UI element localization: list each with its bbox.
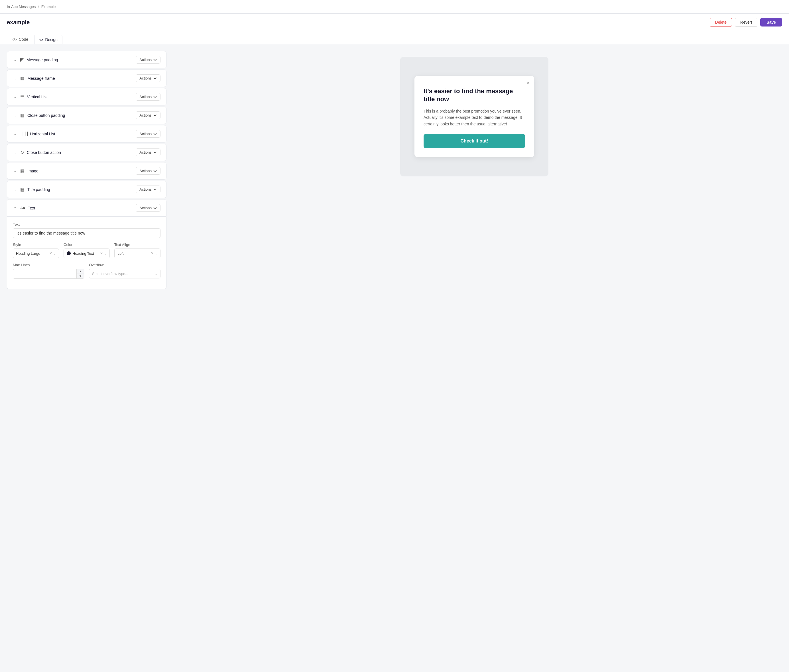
max-lines-overflow-row: Max Lines ▲ ▼ Overflow	[13, 263, 160, 279]
vlist-icon: ☰	[20, 94, 24, 99]
stepper-down-btn[interactable]: ▼	[77, 274, 84, 278]
chevron-horizontal-list[interactable]: ⌄	[13, 132, 18, 136]
breadcrumb-parent[interactable]: In-App Messages	[7, 5, 36, 9]
section-message-padding: ⌄ ◤ Message padding Actions	[7, 51, 166, 69]
title-padding-icon: ▦	[20, 187, 24, 192]
section-label-message-padding: Message padding	[27, 57, 58, 62]
breadcrumb-separator: /	[38, 5, 39, 9]
tab-bar: </> Code <> Design	[0, 31, 789, 44]
text-align-col: Text Align Left ✕ ⌄	[114, 243, 160, 258]
actions-label-2: Actions	[139, 76, 152, 80]
overflow-placeholder: Select overflow type...	[92, 271, 128, 276]
chevron-text[interactable]: ⌄	[13, 206, 18, 210]
section-close-button-action: ⌄ ↻ Close button action Actions	[7, 144, 166, 161]
chevron-title-padding[interactable]: ⌄	[13, 188, 18, 192]
text-align-clear-icon[interactable]: ✕	[151, 251, 153, 255]
text-icon: Aa	[20, 206, 25, 210]
overflow-chevron-icon: ⌄	[155, 272, 157, 276]
chevron-message-padding[interactable]: ⌄	[13, 58, 18, 62]
chevron-down-icon-2	[153, 77, 157, 80]
image-icon: ▦	[20, 168, 24, 174]
actions-button-vertical-list[interactable]: Actions	[136, 93, 160, 101]
text-label: Text	[13, 222, 160, 227]
tab-code[interactable]: </> Code	[7, 35, 33, 44]
section-image: ⌄ ▦ Image Actions	[7, 162, 166, 180]
tab-design-label: Design	[45, 37, 57, 42]
style-clear-icon[interactable]: ✕	[50, 251, 52, 255]
left-panel: ⌄ ◤ Message padding Actions ⌄ ▦ Message …	[7, 51, 166, 664]
max-lines-stepper[interactable]: ▲ ▼	[13, 269, 85, 279]
section-message-frame: ⌄ ▦ Message frame Actions	[7, 70, 166, 87]
text-align-select[interactable]: Left ✕ ⌄	[114, 249, 160, 258]
text-input[interactable]	[13, 228, 160, 238]
chevron-close-btn-padding[interactable]: ⌄	[13, 113, 18, 117]
actions-label-7: Actions	[139, 169, 152, 173]
color-value: Heading Text	[72, 251, 94, 255]
section-label-text: Text	[28, 206, 35, 210]
color-dot	[67, 251, 71, 255]
text-align-label: Text Align	[114, 243, 160, 247]
breadcrumb-current: Example	[42, 5, 56, 9]
actions-button-close-btn-padding[interactable]: Actions	[136, 112, 160, 119]
preview-cta-button[interactable]: Check it out!	[423, 134, 525, 148]
stepper-up-btn[interactable]: ▲	[77, 269, 84, 274]
color-chevron-icon: ⌄	[104, 252, 107, 255]
text-align-chevron-icon: ⌄	[155, 252, 157, 255]
chevron-close-btn-action[interactable]: ⌄	[13, 150, 18, 155]
chevron-down-icon-8	[153, 188, 157, 191]
action-icon: ↻	[20, 150, 24, 155]
message-card: × It's easier to find the message title …	[414, 76, 534, 157]
chevron-message-frame[interactable]: ⌄	[13, 77, 18, 80]
actions-label-4: Actions	[139, 113, 152, 117]
chevron-down-icon-3	[153, 95, 157, 99]
tab-design[interactable]: <> Design	[34, 35, 62, 44]
max-lines-label: Max Lines	[13, 263, 85, 267]
section-label-close-btn-padding: Close button padding	[27, 113, 65, 118]
color-clear-icon[interactable]: ✕	[100, 251, 103, 255]
chevron-image[interactable]: ⌄	[13, 169, 18, 173]
style-chevron-icon: ⌄	[53, 252, 56, 255]
section-horizontal-list: ⌄ ▕▕▕ Horizontal List Actions	[7, 125, 166, 142]
preview-close-button[interactable]: ×	[526, 80, 530, 86]
max-lines-input[interactable]	[13, 270, 77, 278]
style-select[interactable]: Heading Large ✕ ⌄	[13, 249, 59, 258]
section-title-padding: ⌄ ▦ Title padding Actions	[7, 181, 166, 198]
chevron-vertical-list[interactable]: ⌄	[13, 95, 18, 99]
section-vertical-list: ⌄ ☰ Vertical List Actions	[7, 88, 166, 105]
section-label-title-padding: Title padding	[27, 187, 50, 192]
section-text-header: ⌄ Aa Text Actions	[7, 199, 166, 217]
text-align-value: Left	[117, 251, 124, 255]
design-icon: <>	[39, 38, 43, 42]
frame-icon: ▦	[20, 75, 24, 81]
actions-button-close-btn-action[interactable]: Actions	[136, 148, 160, 156]
save-button[interactable]: Save	[760, 18, 782, 27]
actions-button-message-padding[interactable]: Actions	[136, 56, 160, 64]
style-value: Heading Large	[16, 251, 40, 255]
delete-button[interactable]: Delete	[710, 18, 732, 27]
color-col: Color Heading Text ✕ ⌄	[64, 243, 110, 258]
tab-code-label: Code	[19, 37, 28, 42]
actions-button-text[interactable]: Actions	[136, 204, 160, 212]
header-actions: Delete Revert Save	[710, 18, 782, 27]
section-label-image: Image	[27, 169, 38, 173]
actions-label-3: Actions	[139, 95, 152, 99]
actions-label-5: Actions	[139, 132, 152, 136]
actions-button-image[interactable]: Actions	[136, 167, 160, 175]
overflow-col: Overflow Select overflow type... ⌄	[89, 263, 160, 279]
style-col: Style Heading Large ✕ ⌄	[13, 243, 59, 258]
overflow-select[interactable]: Select overflow type... ⌄	[89, 269, 160, 278]
section-close-button-padding: ⌄ ▦ Close button padding Actions	[7, 107, 166, 124]
section-text-group: ⌄ Aa Text Actions Text	[7, 199, 166, 289]
overflow-label: Overflow	[89, 263, 160, 267]
padding-icon-1: ◤	[20, 57, 24, 62]
code-icon: </>	[12, 37, 17, 42]
close-x-icon: ×	[526, 80, 530, 86]
actions-button-message-frame[interactable]: Actions	[136, 74, 160, 82]
color-select[interactable]: Heading Text ✕ ⌄	[64, 249, 110, 258]
chevron-down-icon-1	[153, 58, 157, 62]
chevron-down-icon-7	[153, 169, 157, 173]
actions-button-title-padding[interactable]: Actions	[136, 185, 160, 193]
actions-button-horizontal-list[interactable]: Actions	[136, 130, 160, 138]
revert-button[interactable]: Revert	[735, 18, 757, 27]
max-lines-col: Max Lines ▲ ▼	[13, 263, 85, 279]
